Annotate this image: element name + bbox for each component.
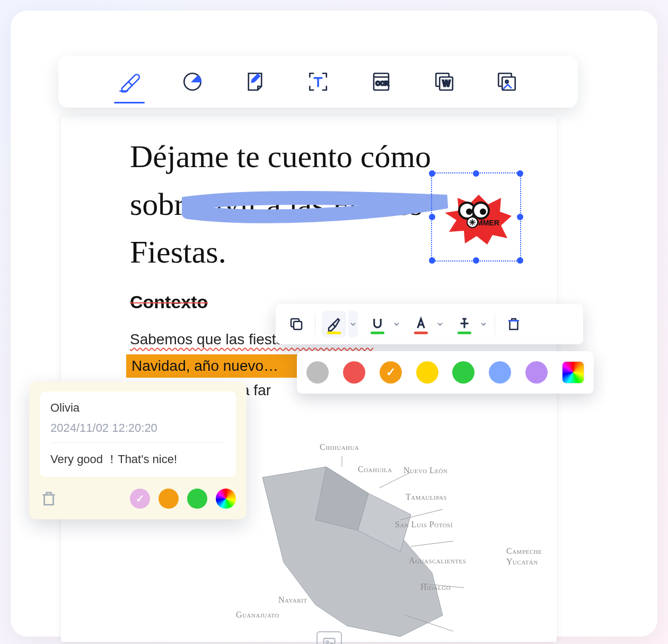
comment-color-picker[interactable]	[216, 489, 236, 509]
strike-caret[interactable]	[479, 321, 488, 327]
underline-caret[interactable]	[392, 321, 401, 327]
title-line-1: Déjame te cuento cómo	[130, 139, 431, 174]
svg-point-4	[480, 208, 486, 215]
title-line-2: sobrevivir a las Felices	[130, 187, 423, 222]
svg-text:MMER: MMER	[477, 219, 499, 227]
subheading-strikethrough: Contexto	[130, 292, 208, 312]
resize-handle[interactable]	[517, 170, 523, 177]
map-label: Yucatán	[506, 557, 538, 567]
comment-card[interactable]: Olivia 2024/11/02 12:20:20 Very good ！Th…	[29, 382, 247, 519]
copy-button[interactable]	[284, 311, 309, 337]
comment-color-green[interactable]	[187, 489, 207, 509]
svg-text:OCR: OCR	[375, 80, 389, 86]
map-label: San Luis Potosí	[395, 520, 453, 529]
strike-swatch	[458, 332, 471, 334]
separator	[315, 314, 315, 335]
top-toolbar: OCR W	[58, 56, 578, 108]
svg-point-3	[466, 208, 472, 215]
comment-footer	[40, 489, 236, 509]
comment-body: Olivia 2024/11/02 12:20:20 Very good ！Th…	[40, 391, 236, 477]
resize-handle[interactable]	[429, 214, 435, 220]
strikethrough-button[interactable]	[452, 311, 477, 337]
comment-text: Very good ！That's nice!	[50, 451, 225, 467]
color-orange[interactable]	[380, 361, 402, 384]
resize-handle[interactable]	[473, 170, 479, 177]
title-line-3: Fiestas.	[130, 234, 226, 269]
color-purple[interactable]	[525, 361, 548, 384]
map-label: Aguascalientes	[409, 556, 466, 565]
highlight-color-caret[interactable]	[348, 311, 358, 337]
color-palette	[297, 351, 594, 394]
resize-handle[interactable]	[429, 170, 435, 177]
map-label: Hidalgo	[420, 582, 451, 592]
comment-timestamp: 2024/11/02 12:20:20	[50, 421, 225, 435]
svg-rect-13	[324, 639, 335, 645]
map-graphic: Chihuahua Coahuila Nuevo León Tamaulipas…	[220, 435, 602, 644]
text-color-button[interactable]	[409, 311, 433, 337]
svg-point-24	[506, 80, 508, 83]
trash-icon[interactable]	[40, 490, 58, 508]
resize-handle[interactable]	[429, 257, 435, 264]
sticker-graphic[interactable]: MMER	[442, 193, 513, 246]
color-gray[interactable]	[306, 361, 329, 384]
color-yellow[interactable]	[416, 361, 438, 384]
map-label: Campeche	[506, 546, 542, 556]
color-picker-button[interactable]	[562, 361, 584, 384]
sticker-tool[interactable]	[179, 68, 206, 95]
resize-handle[interactable]	[517, 257, 523, 264]
image-placeholder-icon	[317, 631, 342, 644]
app-canvas: Déjame te cuento cómo sobrevivir a las F…	[11, 11, 657, 637]
map-label: Coahuila	[358, 465, 392, 474]
map-label: Guanajuato	[236, 610, 279, 620]
sticker-selection[interactable]: MMER	[431, 172, 521, 262]
map-label: Tamaulipas	[406, 492, 447, 502]
svg-point-14	[326, 641, 329, 643]
map-label: Chihuahua	[320, 442, 359, 452]
color-red[interactable]	[343, 361, 365, 384]
svg-text:W: W	[442, 79, 450, 88]
underline-swatch	[371, 332, 384, 334]
comment-author: Olivia	[50, 401, 225, 415]
svg-rect-26	[294, 321, 302, 329]
highlight-color-button[interactable]	[322, 311, 346, 337]
textcolor-swatch	[414, 332, 428, 334]
comment-color-orange[interactable]	[159, 489, 179, 509]
svg-line-10	[411, 541, 453, 546]
text-select-tool[interactable]	[305, 68, 331, 95]
comment-color-pink[interactable]	[130, 489, 150, 509]
export-word-tool[interactable]: W	[431, 68, 458, 95]
map-label: Nuevo León	[403, 466, 448, 475]
underline-button[interactable]	[365, 311, 390, 337]
resize-handle[interactable]	[517, 214, 523, 220]
note-tool[interactable]	[242, 68, 268, 95]
resize-handle[interactable]	[473, 257, 479, 264]
ocr-tool[interactable]: OCR	[368, 68, 394, 95]
highlighter-tool[interactable]	[116, 68, 143, 95]
map-label: Nayarit	[278, 595, 307, 605]
format-toolbar	[276, 304, 583, 344]
color-green[interactable]	[452, 361, 474, 384]
text-color-caret[interactable]	[435, 321, 445, 327]
mexico-map	[252, 456, 464, 644]
separator	[495, 314, 495, 335]
comment-color-row	[130, 489, 236, 509]
highlight-swatch	[327, 332, 341, 334]
divider	[50, 442, 225, 443]
color-blue[interactable]	[489, 361, 511, 384]
export-image-tool[interactable]	[494, 68, 520, 95]
delete-button[interactable]	[502, 311, 526, 337]
